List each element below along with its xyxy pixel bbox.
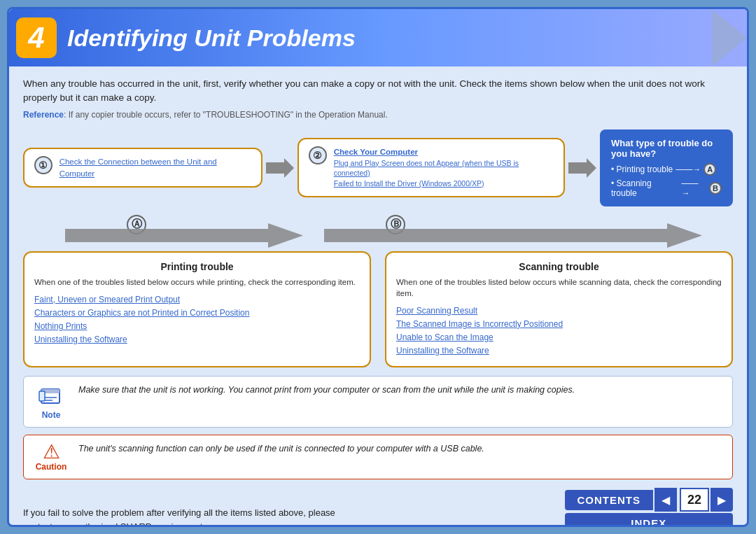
note-text: Make sure that the unit is not working. … [78,384,575,397]
caution-icon: ⚠ [43,442,60,462]
prev-arrow-button[interactable]: ◀ [654,488,677,512]
scanning-link-2[interactable]: The Scanned Image is Incorrectly Positio… [396,318,722,331]
contents-button[interactable]: CONTENTS [565,490,654,510]
step2-sub1-link[interactable]: Plug and Play Screen does not Appear (wh… [334,158,554,178]
note-label: Note [42,410,61,420]
printing-trouble-box: Printing trouble When one of the trouble… [23,251,371,368]
printing-trouble-title: Printing trouble [34,261,360,272]
scanning-trouble-desc: When one of the troubles listed below oc… [396,276,722,299]
scanning-link-3[interactable]: Unable to Scan the Image [396,331,722,344]
scanning-trouble-item: • Scanning trouble ——→ B [611,178,722,198]
next-arrow-button[interactable]: ▶ [710,488,733,512]
arrows-row: Ⓐ Ⓑ [23,213,733,250]
step2-box: ② Check Your Computer Plug and Play Scre… [298,138,565,197]
note-icon-wrap: Note [34,384,69,420]
step2-main-link[interactable]: Check Your Computer [334,146,554,157]
what-type-box: What type of trouble do you have? • Prin… [600,129,733,206]
header-arrow-decoration [712,9,747,66]
flow-arrow-2 [565,158,600,178]
step1-badge: ① [34,156,52,174]
step2-badge: ② [309,146,327,164]
step1-box: ① Check the Connection between the Unit … [23,148,262,187]
printing-link-2[interactable]: Characters or Graphics are not Printed i… [34,307,360,320]
caution-box: ⚠ Caution The unit's scanning function c… [23,435,733,479]
chapter-number: 4 [16,17,57,58]
step2-label: Check Your Computer Plug and Play Screen… [334,146,554,188]
footer-row: If you fail to solve the problem after v… [23,488,733,527]
footer-text: If you fail to solve the problem after v… [23,506,335,527]
page-header: 4 Identifying Unit Problems [9,9,747,66]
scanning-link-1[interactable]: Poor Scanning Result [396,304,722,318]
circle-a-badge: A [704,163,716,176]
svg-marker-2 [65,223,303,248]
right-big-arrow [324,223,702,248]
circle-b-badge: B [709,182,722,195]
caution-label: Caution [36,462,67,472]
trouble-row: Printing trouble When one of the trouble… [23,251,733,368]
scanning-trouble-title: Scanning trouble [396,261,722,272]
printing-trouble-item: • Printing trouble ——→ A [611,163,722,176]
step2-sub2-link[interactable]: Failed to Install the Driver (Windows 20… [334,178,554,189]
footer-nav: CONTENTS ◀ 22 ▶ INDEX [565,488,734,527]
printing-link-3[interactable]: Nothing Prints [34,320,360,333]
intro-text: When any trouble has occurred in the uni… [23,77,733,106]
svg-marker-3 [324,223,702,248]
reference-text: Reference: If any copier trouble occurs,… [23,110,733,120]
step1-link[interactable]: Check the Connection between the Unit an… [59,156,251,178]
svg-marker-1 [568,158,596,178]
flow-section: ① Check the Connection between the Unit … [23,129,733,206]
printing-trouble-desc: When one of the troubles listed below oc… [34,276,360,288]
main-content: When any trouble has occurred in the uni… [9,66,747,527]
flow-arrow-1 [262,158,298,178]
scanning-trouble-box: Scanning trouble When one of the trouble… [385,251,733,368]
step1-label: Check the Connection between the Unit an… [59,156,251,178]
page-title: Identifying Unit Problems [67,24,356,52]
printing-link-4[interactable]: Uninstalling the Software [34,333,360,346]
index-button[interactable]: INDEX [565,513,734,527]
page-container: 4 Identifying Unit Problems When any tro… [7,7,749,527]
printing-link-1[interactable]: Faint, Uneven or Smeared Print Output [34,293,360,307]
caution-text: The unit's scanning function can only be… [78,442,484,456]
caution-icon-wrap: ⚠ Caution [34,442,69,472]
index-row: INDEX [565,513,734,527]
note-box: Note Make sure that the unit is not work… [23,376,733,428]
what-type-title: What type of trouble do you have? [611,138,722,159]
svg-rect-8 [39,391,45,401]
note-icon [38,384,64,409]
scanning-link-4[interactable]: Uninstalling the Software [396,344,722,358]
left-big-arrow [65,223,303,248]
contents-row: CONTENTS ◀ 22 ▶ [565,488,734,512]
svg-marker-0 [266,158,294,178]
page-number: 22 [680,488,709,512]
